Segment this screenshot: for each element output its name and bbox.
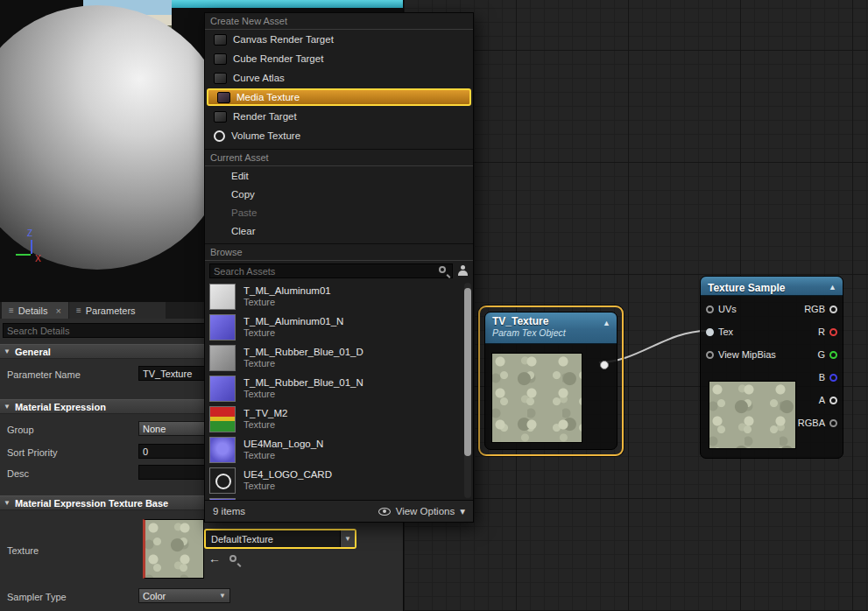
asset-name: UE4Man_Logo_N: [243, 439, 323, 450]
output-pin-r[interactable]: R: [818, 326, 837, 338]
chevron-down-icon: ▼: [4, 348, 11, 355]
asset-row[interactable]: T_ML_Rubber_Blue_01_N Texture: [205, 373, 473, 404]
collapse-icon[interactable]: ▲: [603, 319, 610, 327]
asset-type: Texture: [243, 297, 331, 308]
pin-icon[interactable]: [829, 351, 837, 359]
render-target-icon: [214, 111, 227, 123]
pin-label: View MipBias: [718, 349, 776, 360]
view-options-label: View Options: [396, 506, 455, 516]
section-title: Material Expression Texture Base: [15, 498, 168, 509]
asset-thumbnail: [209, 406, 236, 432]
details-tab-icon: ≡: [9, 306, 14, 315]
asset-search-input[interactable]: [209, 263, 453, 278]
tv-texture-node-header[interactable]: TV_Texture Param Tex Object ▲: [485, 313, 617, 344]
pin-label: G: [817, 349, 825, 360]
chevron-down-icon: ▼: [4, 499, 11, 507]
menu-section-create: Create New Asset: [205, 13, 473, 30]
menu-item-label: Paste: [231, 207, 257, 218]
menu-section-current: Current Asset: [205, 149, 473, 166]
combo-value: DefaultTexture: [206, 534, 340, 544]
asset-name: T_ML_Aluminum01_N: [243, 316, 343, 327]
asset-type: Texture: [243, 450, 323, 461]
dropdown-value: Color: [143, 591, 166, 601]
asset-type: Texture: [243, 481, 332, 492]
menu-item-render-target[interactable]: Render Target: [205, 107, 473, 126]
asset-row[interactable]: T_TV_M2 Texture: [205, 404, 473, 434]
asset-row[interactable]: UE4_Mannequin_normals: [205, 495, 473, 500]
asset-row[interactable]: T_ML_Rubber_Blue_01_D Texture: [205, 342, 473, 373]
output-pin-b[interactable]: B: [819, 371, 837, 383]
menu-item-label: Media Texture: [236, 92, 300, 102]
asset-name: UE4_LOGO_CARD: [243, 469, 332, 481]
pin-icon[interactable]: [706, 328, 714, 336]
tv-texture-node[interactable]: TV_Texture Param Tex Object ▲: [484, 312, 617, 450]
texture-label: Texture: [7, 545, 39, 556]
asset-row[interactable]: UE4Man_Logo_N Texture: [205, 434, 473, 465]
menu-item-volume-texture[interactable]: Volume Texture: [205, 126, 473, 145]
menu-item-clear[interactable]: Clear: [205, 221, 473, 240]
menu-item-cube-render-target[interactable]: Cube Render Target: [205, 49, 473, 68]
tab-details[interactable]: ≡ Details ×: [2, 302, 68, 319]
tab-parameters[interactable]: ≡ Parameters: [69, 302, 166, 319]
menu-item-label: Volume Texture: [231, 130, 300, 141]
asset-name: T_TV_M2: [243, 408, 288, 419]
pin-icon[interactable]: [829, 419, 837, 427]
texture-sample-node-header[interactable]: Texture Sample ▲: [701, 277, 843, 296]
input-pin-uvs[interactable]: UVs: [706, 303, 737, 315]
param-texture-preview: [491, 353, 582, 443]
pin-icon[interactable]: [706, 306, 714, 313]
asset-picker-footer: 9 items View Options ▾: [205, 500, 473, 522]
asset-list-scrollbar-thumb[interactable]: [464, 288, 471, 456]
menu-item-copy[interactable]: Copy: [205, 185, 473, 203]
pin-icon[interactable]: [706, 351, 714, 359]
use-selected-arrow-icon[interactable]: ←: [208, 552, 221, 565]
param-output-pin[interactable]: [600, 361, 609, 369]
output-pin-rgb[interactable]: RGB: [804, 303, 837, 315]
menu-item-media-texture[interactable]: Media Texture: [207, 88, 471, 106]
output-pin-a[interactable]: A: [819, 394, 837, 406]
asset-thumbnail: [209, 345, 236, 371]
chevron-down-icon: ▼: [4, 403, 11, 411]
close-icon[interactable]: ×: [55, 306, 60, 316]
menu-item-label: Canvas Render Target: [233, 34, 334, 45]
section-title: General: [15, 347, 51, 357]
pin-icon[interactable]: [829, 397, 837, 404]
axis-gizmo: Z X: [14, 229, 58, 270]
curve-atlas-icon: [214, 73, 227, 84]
asset-name: T_ML_Rubber_Blue_01_D: [243, 347, 363, 358]
node-title: Texture Sample: [708, 282, 785, 294]
collapse-icon[interactable]: ▲: [829, 283, 836, 291]
pin-icon[interactable]: [829, 328, 837, 336]
browse-to-asset-icon[interactable]: [229, 555, 236, 562]
pin-label: RGB: [804, 304, 825, 314]
view-options-button[interactable]: View Options ▾: [378, 505, 465, 517]
axis-z-line: [31, 240, 32, 254]
menu-item-edit[interactable]: Edit: [205, 166, 473, 185]
texture-sample-node[interactable]: Texture Sample ▲ UVs Tex View MipBias RG…: [700, 276, 843, 459]
chevron-down-icon[interactable]: ▼: [340, 530, 355, 547]
texture-asset-combo[interactable]: DefaultTexture ▼: [204, 529, 356, 549]
input-pin-tex[interactable]: Tex: [706, 326, 733, 338]
pin-icon[interactable]: [829, 306, 837, 313]
asset-row[interactable]: UE4_LOGO_CARD Texture: [205, 465, 473, 495]
output-pin-rgba[interactable]: RGBA: [798, 417, 837, 429]
asset-row[interactable]: T_ML_Aluminum01_N Texture: [205, 312, 473, 342]
asset-row[interactable]: T_ML_Aluminum01 Texture: [205, 281, 473, 312]
menu-item-curve-atlas[interactable]: Curve Atlas: [205, 68, 473, 88]
material-editor-window: TV_Texture Param Tex Object ▲ Texture Sa…: [0, 0, 868, 611]
pin-label: UVs: [718, 304, 737, 314]
output-pin-g[interactable]: G: [817, 348, 837, 361]
asset-thumbnail: [209, 498, 236, 501]
axis-x-label: X: [35, 254, 41, 263]
menu-item-canvas-render-target[interactable]: Canvas Render Target: [205, 30, 473, 49]
pin-icon[interactable]: [829, 374, 837, 382]
developers-filter-icon[interactable]: [457, 265, 469, 277]
asset-thumbnail: [209, 467, 236, 494]
sampler-type-dropdown[interactable]: Color ▼: [138, 588, 230, 603]
canvas-render-target-icon: [214, 34, 227, 46]
texture-thumbnail[interactable]: [143, 519, 204, 579]
menu-section-browse: Browse: [205, 243, 473, 261]
input-pin-view-mipbias[interactable]: View MipBias: [706, 348, 776, 361]
asset-thumbnail: [209, 314, 236, 341]
viewport-screen-strip: [172, 0, 403, 8]
